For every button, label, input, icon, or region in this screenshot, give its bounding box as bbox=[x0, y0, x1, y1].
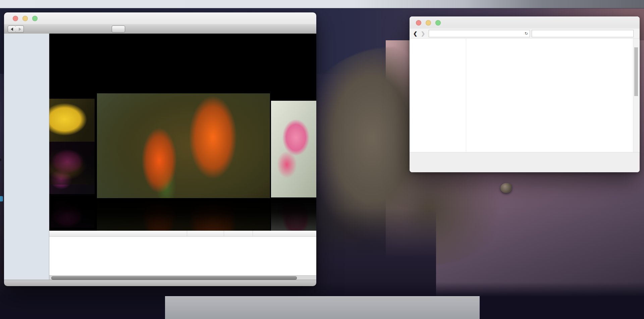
coverflow-area bbox=[49, 34, 316, 231]
scrollbar-thumb[interactable] bbox=[634, 47, 638, 96]
quick-look-button[interactable] bbox=[112, 26, 125, 33]
coverflow-item-selected[interactable] bbox=[97, 93, 270, 198]
reflection bbox=[271, 197, 316, 231]
search-input[interactable] bbox=[532, 30, 634, 37]
partial-desktop-icon bbox=[0, 196, 3, 201]
forward-button[interactable]: ❯ bbox=[419, 30, 427, 38]
back-button[interactable] bbox=[8, 26, 16, 33]
explorer-main bbox=[466, 39, 633, 152]
file-list bbox=[49, 231, 316, 275]
close-button[interactable] bbox=[416, 20, 421, 26]
close-button[interactable] bbox=[13, 16, 18, 21]
zoom-button[interactable] bbox=[32, 16, 38, 21]
reflection bbox=[49, 194, 95, 228]
minimize-button[interactable] bbox=[426, 20, 431, 26]
coverflow-item-prev[interactable] bbox=[49, 99, 95, 142]
explorer-window: ❮ ❯ ↻ bbox=[410, 16, 640, 172]
vertical-scrollbar[interactable] bbox=[633, 39, 639, 152]
forward-icon bbox=[19, 28, 23, 31]
back-icon bbox=[9, 28, 13, 31]
list-header bbox=[49, 231, 316, 237]
horizontal-scrollbar[interactable] bbox=[49, 275, 316, 280]
minimize-button[interactable] bbox=[22, 16, 28, 21]
finder-statusbar bbox=[4, 280, 316, 286]
finder-sidebar bbox=[4, 34, 49, 280]
zoom-button[interactable] bbox=[435, 20, 441, 26]
refresh-icon[interactable]: ↻ bbox=[525, 31, 528, 36]
wallpaper-islet bbox=[500, 183, 512, 193]
screen: ❮ ❯ ↻ bbox=[0, 0, 644, 319]
explorer-statusbar bbox=[410, 152, 640, 172]
finder-toolbar bbox=[4, 24, 316, 34]
system-tray bbox=[614, 0, 641, 8]
top-taskbar bbox=[0, 0, 644, 8]
coverflow-item-next[interactable] bbox=[271, 101, 316, 197]
finder-titlebar[interactable] bbox=[4, 12, 316, 25]
reflection bbox=[97, 198, 270, 231]
scrollbar-thumb[interactable] bbox=[51, 276, 297, 280]
explorer-navbar: ❮ ❯ ↻ bbox=[410, 29, 640, 39]
reflection bbox=[49, 142, 95, 185]
explorer-sidebar bbox=[410, 39, 466, 152]
finder-window bbox=[4, 12, 316, 286]
back-button[interactable]: ❮ bbox=[412, 30, 419, 38]
dock bbox=[165, 296, 480, 319]
forward-button[interactable] bbox=[16, 26, 24, 33]
address-bar[interactable]: ↻ bbox=[429, 30, 530, 37]
explorer-titlebar[interactable] bbox=[410, 16, 640, 29]
